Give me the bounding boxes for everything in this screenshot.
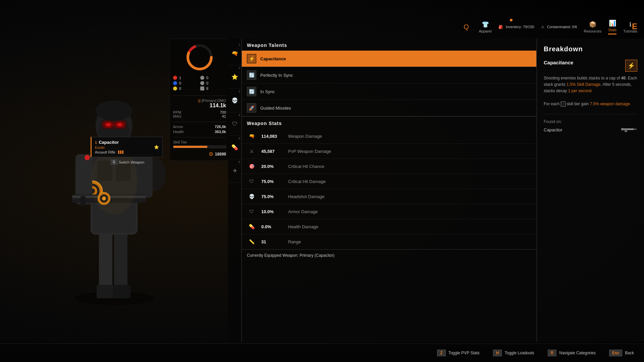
health-damage-value: 0.0% [261,224,283,229]
weapon-damage-value: 114,083 [261,134,283,139]
switch-weapon[interactable]: G Switch Weapon [111,160,144,165]
talent-guided-missiles[interactable]: 🚀 Guided Missiles [242,100,536,116]
toggle-loadouts-key: H [493,350,502,356]
inventory-icon: 🎒 [498,25,503,29]
stat-health-damage: 💊 0.0% Health Damage [242,219,536,234]
q-button[interactable]: Q [464,23,469,31]
health-damage-label: Health Damage [288,224,318,229]
talent-perfectly-in-sync[interactable]: 🔄 Perfectly In Sync [242,67,536,83]
stat-headshot-damage: 💀 75.0% Headshot Damage [242,189,536,204]
pvp-damage-value: 45,587 [261,149,283,154]
crit-chance-label: Critical Hit Chance [288,164,324,169]
pvp-damage-label: PvP Weapon Damage [288,149,331,154]
range-icon: 📏 [247,237,256,246]
weapon-damage-icon: 🔫 [247,131,256,141]
slot-6-icon: ✈ [233,168,237,174]
dmg-label: [Primary] DMG [202,99,226,103]
bottom-toggle-pvp[interactable]: Z Toggle PVP Stats [437,350,480,356]
bottom-navigate-categories[interactable]: R Navigate Categories [548,350,596,356]
tutorials-label: Tutorials [623,29,637,33]
slot-5[interactable]: 5 💊 [228,136,241,159]
slot-4-icon: 🛡 [232,121,237,127]
nav-apparel[interactable]: 👕 Apparel [479,21,492,33]
perfectly-in-sync-name: Perfectly In Sync [260,73,293,78]
small-stats: 1 0 0 0 0 8 [173,76,226,90]
resources-icon: 📦 [589,21,596,28]
slot-3[interactable]: 3 💀 [228,89,241,112]
weapon-card-name: Capacitor [99,140,119,145]
weapon-card-type: Assault Rifle [95,150,123,154]
breakdown-talent-icon-display: ⚡ [625,60,637,72]
slot-4[interactable]: 4 🛡 [228,112,241,136]
stat-crit-damage: 🛡 75.0% Critical Hit Damage [242,174,536,189]
svg-rect-1 [99,231,112,292]
slot-2[interactable]: 2 ⭐ [228,65,241,89]
slot-1-icon: 🔫 [231,50,238,57]
weapon-damage-label: Weapon Damage [288,134,322,139]
contaminated-label: Contaminated: 0/6 [547,25,577,29]
armor-damage-icon: 🛡 [247,207,256,216]
stat-armor-damage: 🛡 10.0% Armor Damage [242,204,536,219]
resources-label: Resources [584,29,602,33]
found-on-section: Found on: Capacitor [544,114,637,134]
char-stats-panel: 1 0 0 0 0 8 ||| [Primary] DMG 114.1k [169,39,230,161]
in-sync-name: In Sync [260,89,275,94]
tutorials-icon: ℹ [629,21,632,28]
stat-crit-chance: 🎯 20.0% Critical Hit Chance [242,159,536,174]
talent-capacitance[interactable]: ⚡ Capacitance [242,51,536,67]
pvp-damage-icon: ⚔ [247,146,256,156]
ring-chart [184,42,215,72]
stats-label: Stats [608,28,616,32]
back-label: Back [625,351,634,355]
headshot-icon: 💀 [247,192,256,201]
found-on-value: Capacitor [544,126,637,134]
slot-1[interactable]: 1 🔫 [228,42,241,65]
range-label: Range [288,239,301,244]
nav-inventory[interactable]: 🎒 Inventory: 79/150 [498,25,534,29]
weapon-stats-header: Weapon Stats [242,116,536,129]
breakdown-description: Shooting enemies builds stacks to a cap … [544,75,637,107]
crit-damage-icon: 🛡 [247,177,256,186]
skill-tier-bar [173,145,226,148]
svg-rect-40 [625,129,627,132]
nav-tutorials[interactable]: ℹ Tutorials [623,21,637,33]
character-silhouette [47,47,181,315]
slot-3-icon: 💀 [231,97,238,104]
toggle-pvp-key: Z [437,350,445,356]
breakdown-talent-header: Capacitance ⚡ [544,60,637,72]
stats-icon: 📊 [609,19,616,27]
crit-chance-icon: 🎯 [247,162,256,171]
active-indicator [608,34,616,35]
svg-point-31 [117,123,122,126]
top-navigation: Q 👕 Apparel 🎒 Inventory: 79/150 ⚠ Contam… [228,18,644,35]
weapon-card-number: 1 [95,140,97,144]
guided-missiles-name: Guided Missiles [260,106,291,111]
slot-5-icon: 💊 [231,144,238,150]
capacitance-icon: ⚡ [247,54,256,63]
slot-6[interactable]: 6 ✈ [228,159,241,183]
nav-stats[interactable]: 📊 Stats [608,19,616,35]
crit-damage-label: Critical Hit Damage [288,179,326,184]
main-panel: 1 🔫 2 ⭐ 3 💀 4 🛡 5 💊 6 ✈ Weapon Talents ⚡ [228,39,644,342]
armor-damage-value: 10.0% [261,209,283,214]
toggle-pvp-label: Toggle PVP Stats [448,351,480,355]
talent-in-sync[interactable]: 🔄 In Sync [242,83,536,100]
contaminated-icon: ⚠ [541,25,544,29]
nav-resources[interactable]: 📦 Resources [584,21,602,33]
weapon-found-icon [621,126,637,134]
svg-point-30 [106,123,111,126]
bottom-back[interactable]: Esc Back [609,350,634,356]
bottom-bar: Z Toggle PVP Stats H Toggle Loadouts R N… [0,344,644,362]
svg-rect-4 [113,285,130,298]
stat-range: 📏 31 Range [242,234,536,249]
switch-key: G [111,160,117,165]
health-damage-icon: 💊 [247,222,256,231]
svg-rect-19 [80,196,86,206]
headshot-label: Headshot Damage [288,194,324,199]
weapon-talents-header: Weapon Talents [242,39,536,51]
bottom-toggle-loadouts[interactable]: H Toggle Loadouts [493,350,534,356]
svg-rect-2 [114,231,127,292]
nav-contaminated[interactable]: ⚠ Contaminated: 0/6 [541,25,577,29]
svg-rect-39 [633,129,637,130]
breakdown-panel: Breakdown Capacitance ⚡ Shooting enemies… [537,39,644,342]
